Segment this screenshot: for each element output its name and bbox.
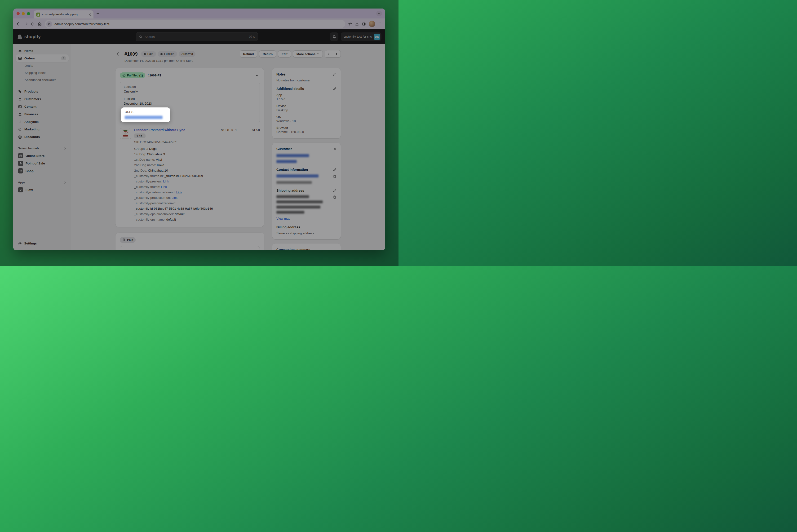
tab-close-icon[interactable] (89, 13, 91, 16)
sidebar-item-flow[interactable]: Flow (16, 186, 69, 194)
sidebar-item-discounts[interactable]: Discounts (16, 133, 69, 140)
tracking-number-redacted-link[interactable] (125, 116, 163, 119)
home-icon (18, 49, 22, 53)
sidebar-item-home[interactable]: Home (16, 47, 69, 54)
variant-chip: 4"×6" (134, 133, 146, 138)
edit-notes-pencil-icon[interactable] (333, 72, 337, 76)
close-window-button[interactable] (17, 12, 20, 15)
next-order-button[interactable] (333, 51, 341, 57)
sidebar-item-orders[interactable]: Orders 9 (16, 54, 69, 62)
sidebar-item-shipping-labels[interactable]: Shipping labels (16, 69, 69, 76)
browser-toolbar: admin.shopify.com/store/customily-test- (13, 18, 385, 29)
chevron-down-icon (317, 53, 319, 55)
bell-icon (332, 35, 336, 39)
forward-nav-icon[interactable] (24, 22, 28, 26)
edit-additional-details-pencil-icon[interactable] (333, 87, 337, 91)
sidebar-item-analytics[interactable]: Analytics (16, 118, 69, 126)
notifications-button[interactable] (330, 33, 338, 41)
side-panel-icon[interactable] (362, 22, 366, 26)
marketing-target-icon (18, 127, 22, 131)
unit-price: $1.50 (212, 128, 229, 132)
fulfilled-date: December 18, 2023 (124, 101, 256, 106)
search-shortcut: ⌘ K (249, 35, 255, 39)
close-icon[interactable] (333, 147, 337, 151)
customization-properties: Groups: 2 Dogs 1st Dog: Chihuahua 9 1st … (134, 147, 260, 222)
sku-line: SKU: C1149786518244-4"×6" (134, 140, 260, 144)
browser-tab-strip: customily-test-for-shopping (13, 8, 385, 18)
more-actions-button[interactable]: More actions (293, 51, 323, 57)
back-nav-icon[interactable] (17, 22, 21, 26)
fulfillment-menu-kebab-icon[interactable] (255, 73, 260, 78)
payment-card: Paid Subtotal 1 item $1.50 (115, 233, 264, 250)
paid-status-badge: Paid (141, 51, 156, 57)
product-thumbnail (120, 128, 131, 139)
customily-customization-link[interactable]: Link (176, 190, 182, 194)
back-arrow-icon (117, 52, 121, 56)
view-map-link[interactable]: View map (277, 217, 290, 220)
customily-thumb-link[interactable]: Link (161, 185, 167, 189)
customer-orders-redacted-link[interactable] (277, 160, 297, 163)
admin-search-input[interactable]: Search ⌘ K (136, 32, 258, 41)
billing-address-title: Billing address (277, 225, 337, 229)
copy-email-clipboard-icon[interactable] (333, 174, 337, 178)
sidebar-item-drafts[interactable]: Drafts (16, 62, 69, 69)
content-media-icon (18, 104, 22, 109)
tracking-spotlight: USPS (121, 108, 170, 122)
sidebar-item-online-store[interactable]: Online Store (16, 152, 69, 159)
customily-production-link[interactable]: Link (172, 196, 177, 200)
sidebar-item-customers[interactable]: Customers (16, 95, 69, 103)
chevron-right-icon (64, 181, 66, 184)
new-tab-button[interactable] (96, 12, 100, 15)
sidebar-item-shop[interactable]: Shop (16, 167, 69, 175)
finances-bank-icon (18, 112, 22, 116)
sidebar-section-apps[interactable]: Apps (16, 179, 69, 186)
products-tag-icon (18, 90, 22, 94)
gear-icon (18, 241, 22, 245)
edit-button[interactable]: Edit (278, 51, 291, 57)
tab-search-chevron-icon[interactable] (376, 11, 382, 16)
sidebar-item-abandoned-checkouts[interactable]: Abandoned checkouts (16, 76, 69, 83)
notes-title: Notes (277, 72, 333, 76)
online-store-icon (18, 153, 23, 158)
back-button[interactable] (115, 51, 122, 57)
browser-profile-avatar[interactable] (369, 21, 375, 27)
url-bar[interactable]: admin.shopify.com/store/customily-test- (45, 20, 345, 28)
sidebar-item-marketing[interactable]: Marketing (16, 126, 69, 133)
window-controls (17, 12, 30, 15)
sidebar-item-settings[interactable]: Settings (16, 240, 69, 247)
product-title-link[interactable]: Standard Postcard without Sync (134, 128, 212, 132)
sidebar-item-products[interactable]: Products (16, 88, 69, 95)
sidebar-item-content[interactable]: Content (16, 103, 69, 110)
edit-shipping-pencil-icon[interactable] (333, 189, 337, 192)
store-switcher[interactable]: customily-test-for-sho... cus (341, 33, 381, 41)
browser-tab[interactable]: customily-test-for-shopping (34, 11, 93, 18)
sidebar-section-sales-channels[interactable]: Sales channels (16, 145, 69, 152)
return-button[interactable]: Return (259, 51, 276, 57)
download-icon[interactable] (355, 22, 359, 26)
point-of-sale-icon (18, 161, 23, 166)
customily-preview-link[interactable]: Link (163, 179, 169, 183)
customer-name-redacted-link[interactable] (277, 154, 309, 157)
sidebar-item-finances[interactable]: Finances (16, 110, 69, 118)
order-pagination (325, 50, 341, 58)
reload-icon[interactable] (31, 22, 35, 26)
browser-menu-kebab-icon[interactable] (378, 22, 382, 26)
additional-details-title: Additional details (277, 87, 333, 91)
site-settings-icon[interactable] (46, 21, 52, 27)
edit-contact-pencil-icon[interactable] (333, 168, 337, 172)
minimize-window-button[interactable] (22, 12, 25, 15)
bookmark-star-icon[interactable] (348, 22, 352, 26)
home-nav-icon[interactable] (38, 22, 42, 26)
conversion-summary-card: Conversion summary (272, 244, 341, 250)
maximize-window-button[interactable] (27, 12, 30, 15)
copy-address-clipboard-icon[interactable] (333, 195, 337, 199)
notes-empty-text: No notes from customer (277, 79, 337, 82)
refund-button[interactable]: Refund (240, 51, 258, 57)
tracking-section: USPS (124, 109, 256, 120)
previous-order-button[interactable] (325, 51, 333, 57)
customer-email-redacted-link[interactable] (277, 174, 319, 177)
multiply-sign: × (229, 128, 235, 132)
order-detail-page: #1009 Paid Fulfilled Archived Refund Ret… (71, 44, 385, 250)
sidebar-item-point-of-sale[interactable]: Point of Sale (16, 159, 69, 167)
search-icon (139, 35, 143, 39)
